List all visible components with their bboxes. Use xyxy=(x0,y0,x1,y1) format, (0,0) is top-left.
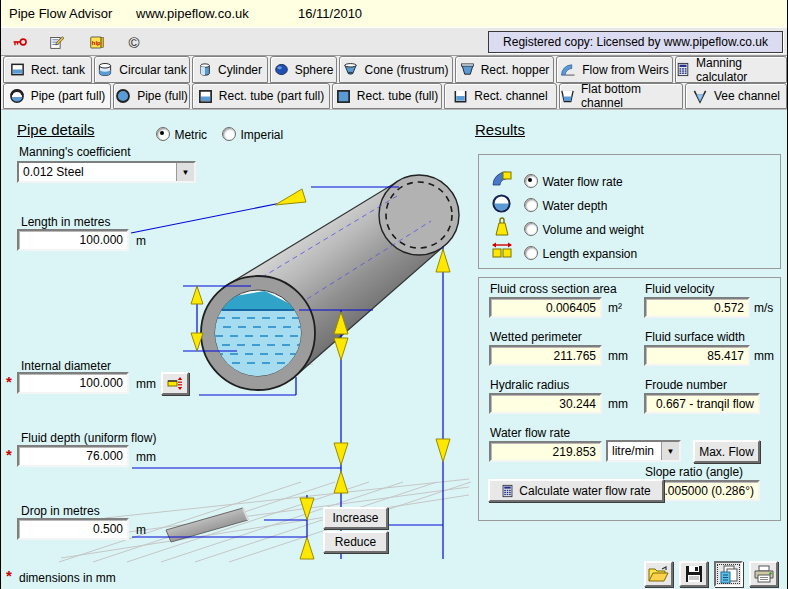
diameter-required-asterisk: * xyxy=(6,373,12,390)
increase-button[interactable]: Increase xyxy=(323,507,388,529)
svg-text:hlp: hlp xyxy=(92,40,101,46)
fluid-depth-unit: mm xyxy=(136,450,156,464)
tab-rect-tube-full[interactable]: Rect. tube (full) xyxy=(332,83,442,109)
tab-manning-calculator[interactable]: Manning calculator xyxy=(675,56,787,83)
water-depth-icon xyxy=(492,194,511,213)
website-text: www.pipeflow.co.uk xyxy=(136,6,249,21)
date-text: 16/11/2010 xyxy=(298,6,362,21)
registered-copy-banner: Registered copy: Licensed by www.pipeflo… xyxy=(488,31,783,53)
volume-weight-icon xyxy=(494,217,510,237)
tab-circular-tank[interactable]: Circular tank xyxy=(94,56,190,83)
tab-flow-from-weirs[interactable]: Flow from Weirs xyxy=(556,56,673,83)
tab-row-shapes: Rect. tank Circular tank Cylinder Sphere… xyxy=(1,56,788,83)
tab-rect-hopper[interactable]: Rect. hopper xyxy=(455,56,554,83)
title-bar: Pipe Flow Advisor www.pipeflow.co.uk 16/… xyxy=(1,0,788,27)
tab-sphere[interactable]: Sphere xyxy=(270,56,337,83)
water-flow-rate-label: Water flow rate xyxy=(490,426,570,440)
diameter-input[interactable]: 100.000 xyxy=(17,372,129,394)
wetted-perimeter-unit: mm xyxy=(608,349,628,363)
app-title: Pipe Flow Advisor xyxy=(9,6,112,21)
tab-cylinder[interactable]: Cylinder xyxy=(192,56,268,83)
froude-number-label: Froude number xyxy=(645,378,727,392)
calculate-button[interactable]: Calculate water flow rate xyxy=(488,479,664,502)
tab-vee-channel[interactable]: Vee channel xyxy=(685,83,787,109)
fluid-depth-label: Fluid depth (uniform flow) xyxy=(21,431,156,445)
tab-pipe-full[interactable]: Pipe (full) xyxy=(113,83,190,109)
pipe-flow-advisor-window: Pipe Flow Advisor www.pipeflow.co.uk 16/… xyxy=(0,0,788,589)
diameter-adjust-button[interactable] xyxy=(161,372,189,395)
surface-width-label: Fluid surface width xyxy=(645,330,745,344)
calculator-icon xyxy=(676,62,690,77)
fluid-velocity-unit: m/s xyxy=(754,301,773,315)
tab-rect-tube-part-full[interactable]: Rect. tube (part full) xyxy=(192,83,330,109)
rect-tube-part-icon xyxy=(198,89,213,104)
cone-icon xyxy=(343,62,358,77)
flow-rate-icon xyxy=(491,170,513,187)
hydraulic-radius-unit: mm xyxy=(608,397,628,411)
results-heading: Results xyxy=(475,121,525,138)
drop-label: Drop in metres xyxy=(21,504,100,518)
circular-tank-icon xyxy=(97,62,113,77)
option-water-flow-rate[interactable]: Water flow rate xyxy=(524,172,623,190)
chevron-down-icon[interactable]: ▼ xyxy=(661,442,679,460)
dimension-arrows xyxy=(191,189,450,559)
open-file-button[interactable] xyxy=(644,561,673,587)
tab-row-pipes: Pipe (part full) Pipe (full) Rect. tube … xyxy=(1,83,788,110)
tab-rect-tank[interactable]: Rect. tank xyxy=(3,56,92,83)
manning-select[interactable]: 0.012 Steel ▼ xyxy=(17,161,196,183)
main-panel: Pipe details Metric Imperial Manning's c… xyxy=(1,110,788,589)
manning-label: Manning's coefficient xyxy=(19,145,130,159)
save-icon xyxy=(685,565,703,583)
cross-section-unit: m² xyxy=(608,301,622,315)
cylinder-icon xyxy=(198,62,212,77)
water-flow-rate-value: 219.853 xyxy=(489,441,602,462)
drop-unit: m xyxy=(136,523,146,537)
tab-flat-bottom-channel[interactable]: Flat bottom channel xyxy=(559,83,683,109)
save-button[interactable] xyxy=(679,561,708,587)
chevron-down-icon[interactable]: ▼ xyxy=(176,163,194,181)
fluid-depth-input[interactable]: 76.000 xyxy=(17,445,129,467)
key-icon xyxy=(13,35,27,49)
pipe-body xyxy=(201,175,459,390)
help-button[interactable]: hlp xyxy=(84,31,110,53)
diameter-adjust-icon xyxy=(167,376,183,391)
calculator-icon xyxy=(501,484,514,498)
option-water-depth[interactable]: Water depth xyxy=(524,196,607,214)
open-file-icon xyxy=(648,566,669,583)
vee-channel-icon xyxy=(692,89,708,104)
rect-tank-icon xyxy=(10,62,25,77)
length-unit: m xyxy=(136,234,146,248)
max-flow-button[interactable]: Max. Flow xyxy=(693,440,760,463)
copy-button[interactable] xyxy=(714,561,743,587)
imperial-radio[interactable]: Imperial xyxy=(222,125,283,143)
cross-section-label: Fluid cross section area xyxy=(490,282,617,296)
option-length-expansion[interactable]: Length expansion xyxy=(524,244,637,262)
metric-radio[interactable]: Metric xyxy=(156,125,207,143)
hopper-icon xyxy=(460,62,475,77)
tab-rect-channel[interactable]: Rect. channel xyxy=(444,83,557,109)
copyright-icon: © xyxy=(128,34,139,51)
option-volume-weight[interactable]: Volume and weight xyxy=(524,220,644,238)
tab-cone-frustrum[interactable]: Cone (frustrum) xyxy=(339,56,453,83)
copyright-button[interactable]: © xyxy=(121,31,147,53)
length-input[interactable]: 100.000 xyxy=(17,229,129,251)
diameter-label: Internal diameter xyxy=(21,359,111,373)
wetted-perimeter-label: Wetted perimeter xyxy=(490,330,582,344)
fluid-velocity-value: 0.572 xyxy=(644,297,750,318)
notes-button[interactable] xyxy=(44,31,70,53)
diameter-unit: mm xyxy=(136,377,156,391)
cross-section-value: 0.006405 xyxy=(489,297,602,318)
flow-unit-select[interactable]: litre/min ▼ xyxy=(606,440,681,462)
drop-pipe-illustration xyxy=(166,508,248,542)
rect-tube-full-icon xyxy=(336,89,351,104)
flat-channel-icon xyxy=(560,89,575,104)
license-key-button[interactable] xyxy=(7,31,33,53)
slope-ratio-label: Slope ratio (angle) xyxy=(645,465,743,479)
reduce-button[interactable]: Reduce xyxy=(323,531,388,553)
surface-width-unit: mm xyxy=(754,349,774,363)
tab-pipe-part-full[interactable]: Pipe (part full) xyxy=(3,83,111,109)
length-expansion-icon xyxy=(491,241,513,259)
print-icon xyxy=(754,565,774,583)
print-button[interactable] xyxy=(749,561,778,587)
drop-input[interactable]: 0.500 xyxy=(17,518,129,540)
